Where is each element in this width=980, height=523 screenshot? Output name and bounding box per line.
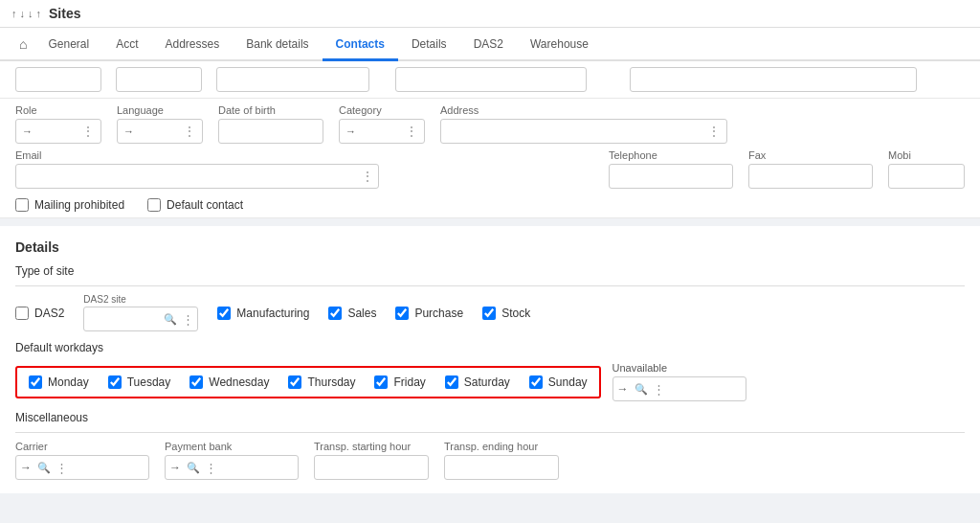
language-menu[interactable]: ⋮ <box>183 124 196 139</box>
tab-warehouse[interactable]: Warehouse <box>517 30 602 61</box>
dob-input[interactable] <box>218 119 323 144</box>
unavailable-search-icon[interactable]: 🔍 <box>633 383 650 396</box>
carrier-arrow: → <box>16 461 35 474</box>
tuesday-row: Tuesday <box>108 375 171 389</box>
tab-contacts[interactable]: Contacts <box>323 30 398 61</box>
das2-site-menu[interactable]: ⋮ <box>179 312 197 327</box>
friday-label: Friday <box>393 375 425 389</box>
tuesday-checkbox[interactable] <box>108 375 122 389</box>
telephone-group: Telephone <box>609 149 733 189</box>
das2-label: DAS2 <box>34 307 64 320</box>
workdays-with-unavailable: Monday Tuesday Wednesday Thursday Friday <box>15 362 965 401</box>
monday-label: Monday <box>48 375 89 389</box>
email-menu[interactable]: ⋮ <box>357 169 378 184</box>
wednesday-row: Wednesday <box>189 375 269 389</box>
details-section: Details Type of site DAS2 DAS2 site 🔍 ⋮ … <box>0 226 980 493</box>
sort-down2-icon[interactable]: ↓ <box>28 8 33 19</box>
language-select[interactable]: → ⋮ <box>117 119 203 144</box>
sunday-label: Sunday <box>548 375 588 389</box>
transp-end-group: Transp. ending hour <box>444 441 559 480</box>
transp-end-input[interactable] <box>444 455 559 480</box>
field-5[interactable] <box>630 67 917 92</box>
home-icon[interactable]: ⌂ <box>11 29 34 59</box>
app-header: ↑ ↓ ↓ ↑ Sites <box>0 0 980 28</box>
sunday-checkbox[interactable] <box>529 375 543 389</box>
contact-checkboxes: Mailing prohibited Default contact <box>15 194 965 212</box>
das2-site-input[interactable] <box>84 309 162 329</box>
role-select[interactable]: → ⋮ <box>15 119 101 144</box>
contact-fields-section: Role → ⋮ Language → ⋮ Date of birth Cate… <box>0 99 980 218</box>
type-of-site-label: Type of site <box>15 264 965 278</box>
telephone-input[interactable] <box>609 164 733 189</box>
field-2[interactable] <box>116 67 202 92</box>
category-select[interactable]: → ⋮ <box>339 119 425 144</box>
email-input[interactable] <box>16 167 357 186</box>
field-4[interactable] <box>395 67 587 92</box>
miscellaneous-section: Miscellaneous Carrier → 🔍 ⋮ Payment bank… <box>15 411 965 480</box>
unavailable-menu[interactable]: ⋮ <box>650 382 668 397</box>
category-menu[interactable]: ⋮ <box>405 124 418 139</box>
das2-group: DAS2 <box>15 307 64 320</box>
das2-checkbox[interactable] <box>15 307 29 320</box>
tab-acct[interactable]: Acct <box>102 30 151 61</box>
field-3[interactable] <box>216 67 369 92</box>
tab-das2[interactable]: DAS2 <box>460 30 517 61</box>
address-group: Address ⋮ <box>440 104 727 144</box>
das2-site-group: DAS2 site 🔍 ⋮ <box>83 294 198 331</box>
payment-bank-menu[interactable]: ⋮ <box>202 461 220 475</box>
fax-input[interactable] <box>748 164 873 189</box>
default-contact-checkbox[interactable] <box>147 198 161 212</box>
sort-up2-icon[interactable]: ↑ <box>36 8 42 19</box>
page-title: Sites <box>49 6 80 21</box>
das2-search-icon[interactable]: 🔍 <box>162 313 179 326</box>
tab-details[interactable]: Details <box>398 30 460 61</box>
monday-checkbox[interactable] <box>29 375 42 389</box>
mailing-prohibited-label: Mailing prohibited <box>34 198 124 212</box>
thursday-checkbox[interactable] <box>288 375 301 389</box>
stock-checkbox[interactable] <box>482 307 496 320</box>
manufacturing-checkbox[interactable] <box>217 307 231 320</box>
das2-site-input-wrap: 🔍 ⋮ <box>83 307 198 331</box>
sunday-row: Sunday <box>529 375 588 389</box>
payment-bank-search-icon[interactable]: 🔍 <box>185 462 202 474</box>
carrier-search-icon[interactable]: 🔍 <box>35 462 53 474</box>
saturday-checkbox[interactable] <box>445 375 458 389</box>
carrier-input-wrap: → 🔍 ⋮ <box>15 455 149 480</box>
saturday-row: Saturday <box>445 375 510 389</box>
role-menu[interactable]: ⋮ <box>81 124 95 139</box>
role-group: Role → ⋮ <box>15 104 101 144</box>
sort-up-icon[interactable]: ↑ <box>11 8 17 19</box>
transp-start-input[interactable] <box>314 455 429 480</box>
purchase-checkbox[interactable] <box>395 307 409 320</box>
tab-addresses[interactable]: Addresses <box>152 30 234 61</box>
dob-group: Date of birth <box>218 104 323 144</box>
field-1[interactable] <box>15 67 101 92</box>
top-fields-row <box>0 61 980 99</box>
carrier-menu[interactable]: ⋮ <box>53 461 71 475</box>
transp-start-group: Transp. starting hour <box>314 441 429 480</box>
sales-checkbox[interactable] <box>328 307 342 320</box>
details-title: Details <box>15 239 965 255</box>
sort-down-icon[interactable]: ↓ <box>20 8 26 19</box>
sort-controls[interactable]: ↑ ↓ ↓ ↑ <box>11 8 41 19</box>
purchase-label: Purchase <box>414 307 463 320</box>
address-menu[interactable]: ⋮ <box>707 124 721 139</box>
category-arrow: → <box>345 125 356 137</box>
tab-bank-details[interactable]: Bank details <box>233 30 322 61</box>
mailing-prohibited-checkbox[interactable] <box>15 198 29 212</box>
divider-2 <box>15 432 965 433</box>
wednesday-label: Wednesday <box>209 375 269 389</box>
address-select[interactable]: ⋮ <box>440 119 727 144</box>
thursday-row: Thursday <box>288 375 355 389</box>
mobile-input[interactable] <box>888 164 965 189</box>
das2-checkbox-row: DAS2 <box>15 307 64 320</box>
role-arrow: → <box>22 125 33 137</box>
telephone-label: Telephone <box>609 149 733 161</box>
friday-checkbox[interactable] <box>374 375 388 389</box>
misc-row: Carrier → 🔍 ⋮ Payment bank → 🔍 ⋮ Transp.… <box>15 441 965 480</box>
wednesday-checkbox[interactable] <box>189 375 203 389</box>
tab-general[interactable]: General <box>34 30 102 61</box>
payment-bank-arrow: → <box>166 461 185 474</box>
default-contact-label: Default contact <box>167 198 243 212</box>
role-label: Role <box>15 104 101 116</box>
